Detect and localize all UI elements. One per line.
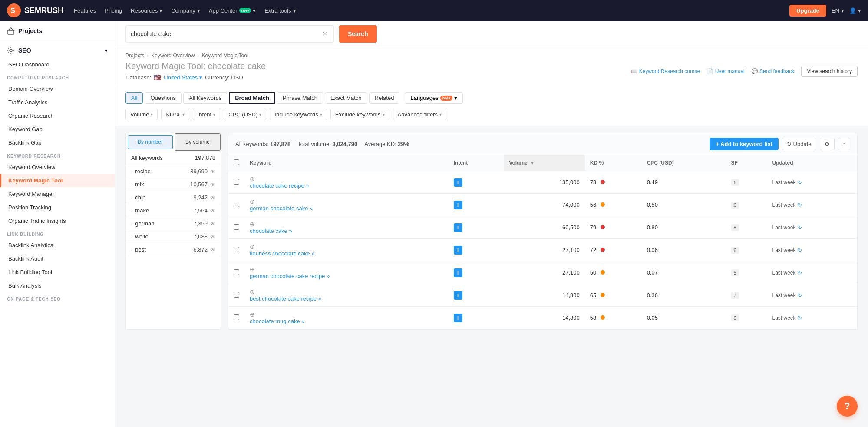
include-keywords-filter[interactable]: Include keywords ▾ bbox=[270, 109, 327, 120]
refresh-icon[interactable]: ↻ bbox=[798, 179, 802, 185]
cpc-filter[interactable]: CPC (USD) ▾ bbox=[224, 109, 266, 120]
settings-button[interactable]: ⚙ bbox=[820, 138, 835, 150]
toggle-by-volume[interactable]: By volume bbox=[175, 133, 221, 151]
sidebar-item-keyword-overview[interactable]: Keyword Overview bbox=[0, 160, 115, 174]
updated-column-header[interactable]: Updated bbox=[767, 155, 857, 171]
nav-features[interactable]: Features bbox=[74, 7, 96, 14]
left-panel-row[interactable]: › mix 10,567👁 bbox=[126, 178, 221, 191]
eye-icon[interactable]: 👁 bbox=[210, 247, 215, 253]
filter-tab-all[interactable]: All bbox=[125, 92, 143, 104]
row-checkbox[interactable] bbox=[234, 202, 239, 207]
keyword-link[interactable]: chocolate cake » bbox=[250, 228, 443, 234]
refresh-icon[interactable]: ↻ bbox=[798, 202, 802, 208]
nav-pricing[interactable]: Pricing bbox=[105, 7, 122, 14]
left-panel-row[interactable]: › german 7,359👁 bbox=[126, 217, 221, 230]
left-panel-row[interactable]: › white 7,088👁 bbox=[126, 230, 221, 243]
intent-column-header[interactable]: Intent bbox=[449, 155, 504, 171]
volume-filter[interactable]: Volume ▾ bbox=[125, 109, 158, 120]
exclude-keywords-filter[interactable]: Exclude keywords ▾ bbox=[330, 109, 389, 120]
filter-tab-questions[interactable]: Questions bbox=[145, 92, 182, 104]
view-search-history-button[interactable]: View search history bbox=[801, 66, 858, 77]
select-all-header[interactable] bbox=[228, 155, 244, 171]
breadcrumb-projects[interactable]: Projects bbox=[125, 53, 144, 59]
sidebar-seo-section[interactable]: SEO ▾ bbox=[0, 41, 115, 58]
nav-company[interactable]: Company ▾ bbox=[171, 7, 200, 14]
sidebar-item-backlink-analytics[interactable]: Backlink Analytics bbox=[0, 238, 115, 252]
add-keyword-icon[interactable]: ⊕ bbox=[250, 288, 255, 295]
volume-column-header[interactable]: Volume ▼ bbox=[504, 155, 584, 171]
eye-icon[interactable]: 👁 bbox=[210, 234, 215, 240]
keyword-link[interactable]: chocolate cake recipe » bbox=[250, 182, 443, 189]
filter-tab-phrase-match[interactable]: Phrase Match bbox=[277, 92, 323, 104]
update-button[interactable]: ↻ Update bbox=[782, 138, 816, 150]
breadcrumb-keyword-overview[interactable]: Keyword Overview bbox=[151, 53, 195, 59]
left-panel-row[interactable]: › chip 9,242👁 bbox=[126, 191, 221, 204]
database-link[interactable]: United States ▾ bbox=[164, 74, 202, 81]
row-checkbox[interactable] bbox=[234, 314, 239, 320]
refresh-icon[interactable]: ↻ bbox=[798, 225, 802, 231]
toggle-by-number[interactable]: By number bbox=[128, 135, 173, 149]
intent-filter[interactable]: Intent ▾ bbox=[193, 109, 221, 120]
keyword-link[interactable]: best chocolate cake recipe » bbox=[250, 295, 443, 302]
filter-tab-related[interactable]: Related bbox=[369, 92, 400, 104]
help-button[interactable]: ? bbox=[837, 396, 858, 417]
sidebar-projects[interactable]: Projects bbox=[0, 21, 115, 41]
add-keyword-icon[interactable]: ⊕ bbox=[250, 198, 255, 205]
eye-icon[interactable]: 👁 bbox=[210, 221, 215, 227]
language-selector[interactable]: EN ▾ bbox=[832, 7, 844, 14]
sidebar-item-organic-research[interactable]: Organic Research bbox=[0, 109, 115, 122]
cpc-column-header[interactable]: CPC (USD) bbox=[642, 155, 726, 171]
sidebar-item-traffic-analytics[interactable]: Traffic Analytics bbox=[0, 96, 115, 109]
sidebar-item-keyword-manager[interactable]: Keyword Manager bbox=[0, 187, 115, 201]
kd-column-header[interactable]: KD % bbox=[585, 155, 642, 171]
sidebar-item-position-tracking[interactable]: Position Tracking bbox=[0, 201, 115, 214]
refresh-icon[interactable]: ↻ bbox=[798, 270, 802, 276]
row-checkbox[interactable] bbox=[234, 179, 239, 185]
keyword-link[interactable]: german chocolate cake » bbox=[250, 205, 443, 212]
send-feedback-link[interactable]: 💬 Send feedback bbox=[752, 68, 794, 74]
upgrade-button[interactable]: Upgrade bbox=[789, 5, 826, 17]
eye-icon[interactable]: 👁 bbox=[210, 208, 215, 214]
filter-tab-all-keywords[interactable]: All Keywords bbox=[183, 92, 227, 104]
keyword-link[interactable]: chocolate mug cake » bbox=[250, 318, 443, 324]
user-manual-link[interactable]: 📄 User manual bbox=[707, 68, 744, 74]
eye-icon[interactable]: 👁 bbox=[210, 169, 215, 175]
keyword-link[interactable]: flourless chocolate cake » bbox=[250, 250, 443, 257]
export-button[interactable]: ↑ bbox=[838, 138, 851, 150]
sidebar-item-organic-traffic-insights[interactable]: Organic Traffic Insights bbox=[0, 214, 115, 228]
sidebar-item-link-building-tool[interactable]: Link Building Tool bbox=[0, 265, 115, 279]
clear-search-button[interactable]: × bbox=[323, 30, 327, 38]
left-panel-row[interactable]: › make 7,564👁 bbox=[126, 204, 221, 217]
add-keyword-icon[interactable]: ⊕ bbox=[250, 243, 255, 250]
row-checkbox[interactable] bbox=[234, 224, 239, 230]
filter-tab-exact-match[interactable]: Exact Match bbox=[325, 92, 367, 104]
row-checkbox[interactable] bbox=[234, 292, 239, 298]
keyword-research-course-link[interactable]: 📖 Keyword Research course bbox=[631, 68, 700, 74]
left-panel-row[interactable]: › recipe 39,690👁 bbox=[126, 165, 221, 178]
nav-resources[interactable]: Resources ▾ bbox=[131, 7, 162, 14]
search-button[interactable]: Search bbox=[339, 25, 377, 43]
languages-button[interactable]: Languages beta ▾ bbox=[405, 92, 463, 104]
select-all-checkbox[interactable] bbox=[234, 159, 239, 165]
sidebar-item-seo-dashboard[interactable]: SEO Dashboard bbox=[0, 58, 115, 71]
sidebar-item-keyword-gap[interactable]: Keyword Gap bbox=[0, 122, 115, 136]
add-keyword-icon[interactable]: ⊕ bbox=[250, 311, 255, 318]
user-menu[interactable]: 👤 ▾ bbox=[849, 7, 861, 14]
refresh-icon[interactable]: ↻ bbox=[798, 292, 802, 298]
sidebar-item-backlink-gap[interactable]: Backlink Gap bbox=[0, 136, 115, 149]
kd-filter[interactable]: KD % ▾ bbox=[161, 109, 189, 120]
eye-icon[interactable]: 👁 bbox=[210, 195, 215, 201]
left-panel-row[interactable]: › best 6,872👁 bbox=[126, 243, 221, 256]
sidebar-item-backlink-audit[interactable]: Backlink Audit bbox=[0, 252, 115, 265]
filter-tab-broad-match[interactable]: Broad Match bbox=[229, 92, 275, 104]
sidebar-item-domain-overview[interactable]: Domain Overview bbox=[0, 82, 115, 96]
keyword-link[interactable]: german chocolate cake recipe » bbox=[250, 273, 443, 279]
add-keyword-icon[interactable]: ⊕ bbox=[250, 266, 255, 273]
add-keyword-icon[interactable]: ⊕ bbox=[250, 221, 255, 228]
refresh-icon[interactable]: ↻ bbox=[798, 315, 802, 321]
add-keyword-icon[interactable]: ⊕ bbox=[250, 175, 255, 182]
eye-icon[interactable]: 👁 bbox=[210, 182, 215, 188]
nav-extra-tools[interactable]: Extra tools ▾ bbox=[264, 7, 296, 14]
keyword-column-header[interactable]: Keyword bbox=[244, 155, 449, 171]
sf-column-header[interactable]: SF bbox=[726, 155, 767, 171]
